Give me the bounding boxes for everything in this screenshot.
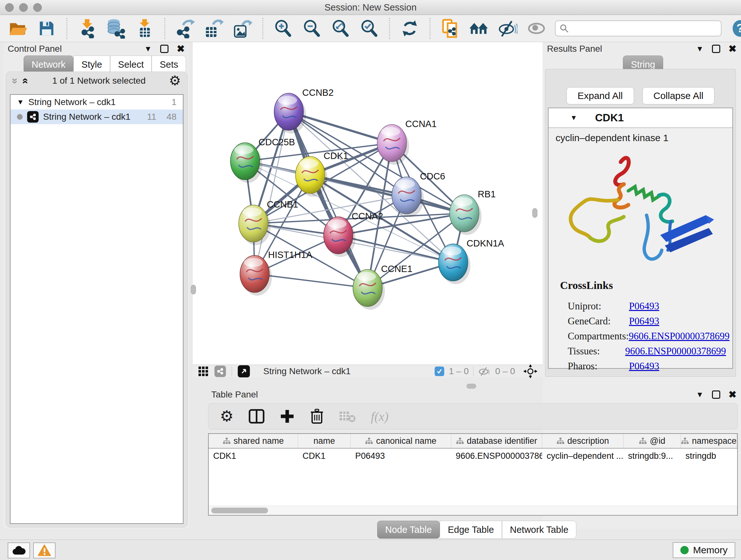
zoom-selected-button[interactable] bbox=[359, 18, 380, 39]
save-floppy-icon bbox=[37, 19, 56, 38]
collapse-all-button[interactable]: Collapse All bbox=[643, 87, 715, 105]
table-header-row: shared namenamecanonical namedatabase id… bbox=[209, 434, 737, 449]
export-table-icon bbox=[204, 18, 224, 38]
tab-style[interactable]: Style bbox=[73, 56, 110, 73]
expand-all-button[interactable]: Expand All bbox=[566, 87, 634, 105]
grid-view-icon[interactable] bbox=[198, 366, 209, 377]
crosslink-link[interactable]: P06493 bbox=[629, 315, 659, 327]
panel-float-icon[interactable] bbox=[160, 45, 169, 53]
crosslink-link[interactable]: P06493 bbox=[629, 361, 659, 372]
zoom-out-button[interactable] bbox=[301, 18, 322, 39]
table-cell: stringdb:9... bbox=[623, 451, 681, 461]
search-input[interactable] bbox=[572, 23, 717, 34]
network-view-icon[interactable] bbox=[214, 366, 226, 377]
tab-edge-table[interactable]: Edge Table bbox=[440, 521, 502, 539]
crosslink-link[interactable]: P06493 bbox=[629, 300, 659, 312]
gene-section-header[interactable]: ▼ CDK1 bbox=[549, 108, 732, 128]
warnings-button[interactable] bbox=[33, 543, 56, 558]
tab-sets[interactable]: Sets bbox=[151, 56, 186, 73]
crosslink-row: Tissues:9606.ENSP00000378699 bbox=[568, 344, 726, 359]
network-edge-CCNA2-CDKN1A[interactable] bbox=[338, 235, 453, 262]
zoom-fit-button[interactable] bbox=[330, 18, 351, 39]
network-edge-CCNB2-CCNE1[interactable] bbox=[289, 112, 367, 288]
crosslink-link[interactable]: 9606.ENSP00000378699 bbox=[625, 346, 726, 357]
panel-menu-icon[interactable]: ▼ bbox=[696, 390, 704, 399]
node-count: 11 bbox=[147, 112, 156, 122]
add-column-icon[interactable] bbox=[280, 409, 295, 424]
collapse-triangle-icon[interactable]: ▼ bbox=[17, 98, 24, 106]
copy-network-button[interactable] bbox=[440, 18, 461, 39]
tab-network-table[interactable]: Network Table bbox=[502, 521, 576, 539]
tab-node-table[interactable]: Node Table bbox=[377, 521, 440, 539]
maximize-window-button[interactable] bbox=[33, 3, 42, 12]
database-icon bbox=[106, 18, 126, 39]
panel-menu-icon[interactable]: ▼ bbox=[144, 44, 152, 53]
panel-close-icon[interactable]: ✖ bbox=[729, 390, 737, 399]
help-button[interactable]: ? bbox=[730, 18, 741, 39]
birds-eye-view-icon[interactable] bbox=[238, 365, 250, 377]
minimize-window-button[interactable] bbox=[19, 3, 28, 12]
crosslink-row: Pharos:P06493 bbox=[568, 359, 726, 374]
export-network-button[interactable] bbox=[175, 18, 195, 39]
table-settings-gear-icon[interactable]: ⚙ bbox=[220, 409, 233, 424]
export-image-button[interactable] bbox=[232, 18, 253, 39]
collapse-triangle-icon[interactable]: ▼ bbox=[570, 114, 577, 122]
results-panel-title: Results Panel bbox=[547, 44, 602, 54]
import-table-button[interactable] bbox=[134, 18, 155, 39]
column-header-description[interactable]: description bbox=[542, 434, 623, 448]
zoom-in-button[interactable] bbox=[273, 18, 293, 39]
import-network-button[interactable] bbox=[77, 18, 97, 39]
network-collection-row[interactable]: ▼ String Network – cdk1 1 bbox=[10, 95, 183, 110]
network-node-label-CDC6: CDC6 bbox=[420, 171, 445, 181]
column-header-name[interactable]: name bbox=[298, 434, 351, 448]
refresh-button[interactable] bbox=[400, 18, 420, 39]
horizontal-scrollbar bbox=[209, 506, 737, 515]
scrollbar-thumb[interactable] bbox=[211, 508, 268, 513]
delete-column-trash-icon[interactable] bbox=[310, 408, 324, 424]
expand-all-networks-icon[interactable]: « bbox=[20, 78, 32, 84]
show-all-button[interactable] bbox=[526, 18, 547, 39]
panel-close-icon[interactable]: ✖ bbox=[177, 44, 185, 54]
crosslinks-list: Uniprot:P06493GeneCard:P06493Compartment… bbox=[568, 299, 726, 374]
network-row[interactable]: String Network – cdk1 11 48 bbox=[10, 110, 183, 124]
export-table-button[interactable] bbox=[204, 18, 224, 39]
export-image-icon bbox=[232, 18, 253, 38]
tab-network[interactable]: Network bbox=[23, 56, 73, 73]
column-header-namespace[interactable]: namespace bbox=[681, 434, 737, 448]
panel-float-icon[interactable] bbox=[712, 390, 720, 399]
panel-menu-icon[interactable]: ▼ bbox=[696, 44, 704, 53]
crosslink-row: GeneCard:P06493 bbox=[568, 314, 726, 328]
toolbar-separator bbox=[66, 18, 67, 39]
column-header-database-identifier[interactable]: database identifier bbox=[451, 434, 542, 448]
left-splitter-handle[interactable] bbox=[191, 285, 196, 294]
copy-documents-icon bbox=[441, 18, 460, 38]
bottom-splitter-handle[interactable] bbox=[467, 384, 476, 388]
selected-checkbox-icon[interactable] bbox=[434, 367, 444, 376]
network-canvas[interactable]: CCNB2CCNA1CDC25BCDK1CDC6RB1CCNB1CCNA2CDK… bbox=[193, 42, 542, 365]
title-bar: Session: New Session bbox=[0, 0, 741, 15]
traffic-lights bbox=[5, 3, 42, 12]
panel-close-icon[interactable]: ✖ bbox=[729, 44, 737, 54]
save-session-button[interactable] bbox=[37, 18, 57, 39]
column-header-shared-name[interactable]: shared name bbox=[209, 434, 298, 448]
table-tabs: Node TableEdge TableNetwork Table bbox=[377, 521, 576, 539]
memory-button[interactable]: Memory bbox=[673, 542, 735, 558]
import-from-database-button[interactable] bbox=[106, 18, 126, 39]
hide-selected-button[interactable] bbox=[497, 18, 518, 39]
table-row[interactable]: CDK1CDK1P064939606.ENSP00000378699cyclin… bbox=[209, 449, 737, 463]
network-options-gear-icon[interactable]: ⚙ bbox=[169, 74, 181, 87]
right-splitter-handle[interactable] bbox=[532, 208, 537, 218]
export-network-icon bbox=[175, 18, 195, 38]
close-window-button[interactable] bbox=[5, 3, 14, 12]
panel-float-icon[interactable] bbox=[712, 45, 720, 53]
home-button[interactable] bbox=[469, 18, 489, 39]
crosslink-link[interactable]: 9606.ENSP00000378699 bbox=[629, 330, 730, 342]
tab-select[interactable]: Select bbox=[110, 56, 152, 73]
show-columns-icon[interactable] bbox=[248, 408, 265, 425]
column-header-@id[interactable]: @id bbox=[623, 434, 681, 448]
column-header-canonical-name[interactable]: canonical name bbox=[351, 434, 451, 448]
cloud-button[interactable] bbox=[8, 543, 30, 558]
network-node-label-CCNA1: CCNA1 bbox=[405, 119, 436, 129]
center-view-crosshair-icon[interactable] bbox=[523, 364, 537, 378]
open-session-button[interactable] bbox=[8, 18, 28, 39]
